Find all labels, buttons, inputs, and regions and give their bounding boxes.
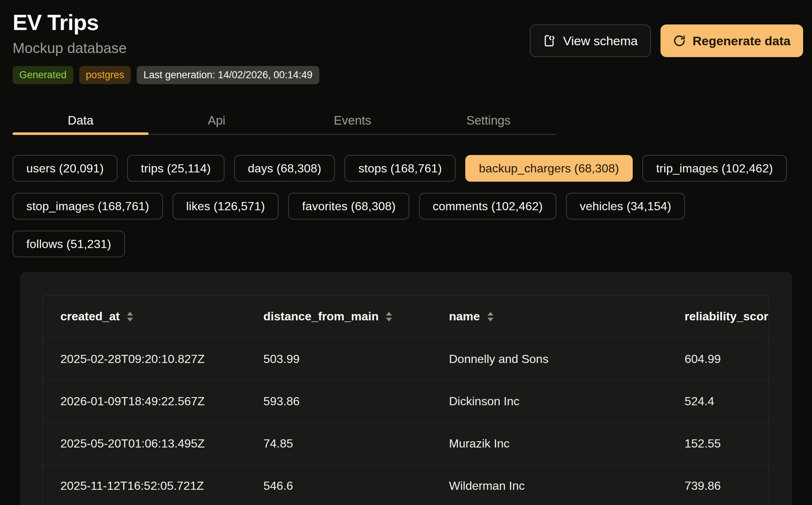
sort-icon[interactable] xyxy=(386,312,392,321)
badge-row: Generated postgres Last generation: 14/0… xyxy=(13,66,319,84)
records-table: created_atdistance_from_mainnamereliabil… xyxy=(43,296,769,505)
table-cell: 503.99 xyxy=(246,338,431,380)
sort-icon[interactable] xyxy=(127,312,133,321)
header-actions: View schema Regenerate data xyxy=(530,24,803,57)
refresh-icon xyxy=(673,34,686,47)
engine-badge: postgres xyxy=(79,66,131,84)
table-body: 2025-02-28T09:20:10.827Z503.99Donnelly a… xyxy=(43,338,769,505)
data-panel: created_atdistance_from_mainnamereliabil… xyxy=(20,272,792,505)
column-header[interactable]: created_at xyxy=(43,296,246,338)
entity-chip[interactable]: days (68,308) xyxy=(234,155,335,182)
table-row[interactable]: 2025-05-20T01:06:13.495Z74.85Murazik Inc… xyxy=(43,422,769,465)
entity-chip[interactable]: trip_images (102,462) xyxy=(642,155,786,182)
table-cell: 524.4 xyxy=(667,380,769,422)
table-cell: 739.86 xyxy=(667,465,769,505)
regenerate-data-label: Regenerate data xyxy=(692,34,791,48)
entity-chip[interactable]: users (20,091) xyxy=(13,155,117,182)
entity-chip[interactable]: likes (126,571) xyxy=(173,193,279,220)
tab-events[interactable]: Events xyxy=(284,107,420,134)
table-cell: 2026-01-09T18:49:22.567Z xyxy=(43,380,246,422)
entity-chip[interactable]: stops (168,761) xyxy=(345,155,455,182)
table-cell: 2025-02-28T09:20:10.827Z xyxy=(43,338,246,380)
table-cell: Murazik Inc xyxy=(431,422,667,465)
page-title: EV Trips xyxy=(13,10,319,35)
tab-settings[interactable]: Settings xyxy=(420,107,556,134)
table-row[interactable]: 2025-11-12T16:52:05.721Z546.6Wilderman I… xyxy=(43,465,769,505)
column-label: distance_from_main xyxy=(263,310,379,323)
regenerate-data-button[interactable]: Regenerate data xyxy=(660,24,803,57)
table-cell: 2025-05-20T01:06:13.495Z xyxy=(43,422,246,465)
table-cell: 546.6 xyxy=(246,465,431,505)
table-cell: Donnelly and Sons xyxy=(431,338,667,380)
page-subtitle: Mockup database xyxy=(13,40,319,56)
entity-chip[interactable]: follows (51,231) xyxy=(13,231,125,257)
column-label: created_at xyxy=(60,310,120,323)
page: EV Trips Mockup database Generated postg… xyxy=(0,0,812,505)
table-cell: 604.99 xyxy=(667,338,769,380)
sort-icon[interactable] xyxy=(487,312,493,321)
entity-chip[interactable]: vehicles (34,154) xyxy=(566,193,685,220)
entity-chip[interactable]: comments (102,462) xyxy=(419,193,556,220)
column-header[interactable]: distance_from_main xyxy=(246,296,431,338)
view-schema-label: View schema xyxy=(563,34,638,48)
table-row[interactable]: 2025-02-28T09:20:10.827Z503.99Donnelly a… xyxy=(43,338,769,380)
entity-chip[interactable]: trips (25,114) xyxy=(127,155,224,182)
table-row[interactable]: 2026-01-09T18:49:22.567Z593.86Dickinson … xyxy=(43,380,769,422)
entity-chip[interactable]: stop_images (168,761) xyxy=(13,193,163,220)
title-block: EV Trips Mockup database Generated postg… xyxy=(13,10,319,84)
table-header-row: created_atdistance_from_mainnamereliabil… xyxy=(43,296,769,338)
status-badge: Generated xyxy=(13,66,73,84)
view-schema-button[interactable]: View schema xyxy=(530,24,651,57)
column-label: name xyxy=(449,310,480,323)
table-cell: 2025-11-12T16:52:05.721Z xyxy=(43,465,246,505)
table-card: created_atdistance_from_mainnamereliabil… xyxy=(42,295,769,505)
table-cell: 74.85 xyxy=(246,422,431,465)
tab-bar: DataApiEventsSettings xyxy=(13,107,556,135)
tab-data[interactable]: Data xyxy=(13,107,149,134)
entity-chip[interactable]: favorites (68,308) xyxy=(288,193,409,220)
table-cell: Dickinson Inc xyxy=(431,380,667,422)
column-header[interactable]: reliability_score xyxy=(667,296,769,338)
column-label: reliability_score xyxy=(685,310,769,323)
last-generation-badge: Last generation: 14/02/2026, 00:14:49 xyxy=(137,66,319,84)
column-header[interactable]: name xyxy=(431,296,667,338)
page-header: EV Trips Mockup database Generated postg… xyxy=(13,10,803,84)
tab-api[interactable]: Api xyxy=(149,107,284,134)
table-cell: 152.55 xyxy=(667,422,769,465)
table-cell: 593.86 xyxy=(246,380,431,422)
table-cell: Wilderman Inc xyxy=(431,465,667,505)
entity-chip-list: users (20,091)trips (25,114)days (68,308… xyxy=(13,155,794,257)
file-code-icon xyxy=(543,34,556,47)
entity-chip[interactable]: backup_chargers (68,308) xyxy=(465,155,633,182)
